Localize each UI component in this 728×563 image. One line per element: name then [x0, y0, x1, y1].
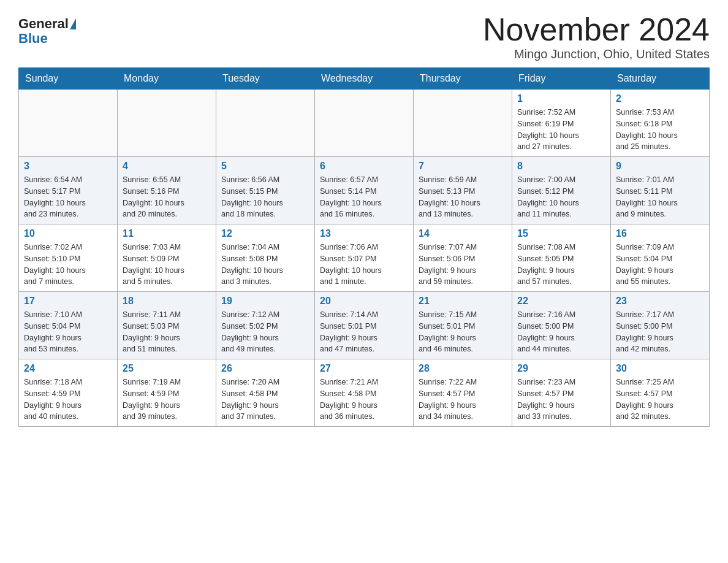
calendar-day-cell: 27Sunrise: 7:21 AM Sunset: 4:58 PM Dayli…: [315, 359, 414, 427]
day-number: 21: [419, 296, 507, 307]
calendar-header-thursday: Thursday: [414, 68, 512, 90]
page-header: General Blue November 2024 Mingo Junctio…: [18, 12, 710, 61]
day-info: Sunrise: 7:14 AM Sunset: 5:01 PM Dayligh…: [320, 309, 408, 355]
day-number: 11: [123, 228, 211, 239]
day-info: Sunrise: 7:21 AM Sunset: 4:58 PM Dayligh…: [320, 377, 408, 423]
calendar-day-cell: 6Sunrise: 6:57 AM Sunset: 5:14 PM Daylig…: [315, 157, 414, 224]
calendar-day-cell: [216, 90, 315, 157]
calendar-day-cell: [315, 90, 414, 157]
day-number: 12: [221, 228, 309, 239]
day-number: 18: [123, 296, 211, 307]
calendar-header-friday: Friday: [512, 68, 611, 90]
day-number: 16: [616, 228, 704, 239]
calendar-day-cell: 7Sunrise: 6:59 AM Sunset: 5:13 PM Daylig…: [414, 157, 512, 224]
day-number: 14: [419, 228, 507, 239]
calendar-week-row: 17Sunrise: 7:10 AM Sunset: 5:04 PM Dayli…: [19, 292, 710, 359]
calendar-day-cell: 8Sunrise: 7:00 AM Sunset: 5:12 PM Daylig…: [512, 157, 611, 224]
calendar-day-cell: 24Sunrise: 7:18 AM Sunset: 4:59 PM Dayli…: [19, 359, 118, 427]
day-info: Sunrise: 7:03 AM Sunset: 5:09 PM Dayligh…: [123, 242, 211, 288]
day-info: Sunrise: 7:53 AM Sunset: 6:18 PM Dayligh…: [616, 107, 704, 153]
calendar-day-cell: 14Sunrise: 7:07 AM Sunset: 5:06 PM Dayli…: [414, 224, 512, 292]
day-info: Sunrise: 7:08 AM Sunset: 5:05 PM Dayligh…: [517, 242, 605, 288]
day-info: Sunrise: 7:25 AM Sunset: 4:57 PM Dayligh…: [616, 377, 704, 423]
day-info: Sunrise: 6:55 AM Sunset: 5:16 PM Dayligh…: [123, 174, 211, 220]
calendar-day-cell: 12Sunrise: 7:04 AM Sunset: 5:08 PM Dayli…: [216, 224, 315, 292]
calendar-day-cell: [414, 90, 512, 157]
day-info: Sunrise: 6:59 AM Sunset: 5:13 PM Dayligh…: [419, 174, 507, 220]
calendar-day-cell: 15Sunrise: 7:08 AM Sunset: 5:05 PM Dayli…: [512, 224, 611, 292]
calendar-header-monday: Monday: [118, 68, 216, 90]
calendar-day-cell: 25Sunrise: 7:19 AM Sunset: 4:59 PM Dayli…: [118, 359, 216, 427]
calendar-day-cell: 28Sunrise: 7:22 AM Sunset: 4:57 PM Dayli…: [414, 359, 512, 427]
day-number: 13: [320, 228, 408, 239]
day-info: Sunrise: 7:00 AM Sunset: 5:12 PM Dayligh…: [517, 174, 605, 220]
calendar-day-cell: 10Sunrise: 7:02 AM Sunset: 5:10 PM Dayli…: [19, 224, 118, 292]
day-number: 25: [123, 363, 211, 374]
calendar-week-row: 10Sunrise: 7:02 AM Sunset: 5:10 PM Dayli…: [19, 224, 710, 292]
calendar-day-cell: 30Sunrise: 7:25 AM Sunset: 4:57 PM Dayli…: [611, 359, 710, 427]
calendar-week-row: 24Sunrise: 7:18 AM Sunset: 4:59 PM Dayli…: [19, 359, 710, 427]
calendar-day-cell: 13Sunrise: 7:06 AM Sunset: 5:07 PM Dayli…: [315, 224, 414, 292]
day-number: 15: [517, 228, 605, 239]
day-number: 24: [24, 363, 112, 374]
calendar-day-cell: 4Sunrise: 6:55 AM Sunset: 5:16 PM Daylig…: [118, 157, 216, 224]
day-info: Sunrise: 7:23 AM Sunset: 4:57 PM Dayligh…: [517, 377, 605, 423]
day-info: Sunrise: 7:16 AM Sunset: 5:00 PM Dayligh…: [517, 309, 605, 355]
calendar-week-row: 3Sunrise: 6:54 AM Sunset: 5:17 PM Daylig…: [19, 157, 710, 224]
day-info: Sunrise: 7:06 AM Sunset: 5:07 PM Dayligh…: [320, 242, 408, 288]
day-number: 23: [616, 296, 704, 307]
calendar-header-saturday: Saturday: [611, 68, 710, 90]
logo-blue-text: Blue: [18, 31, 48, 47]
calendar-day-cell: [19, 90, 118, 157]
day-number: 1: [517, 93, 605, 104]
day-number: 29: [517, 363, 605, 374]
day-number: 9: [616, 161, 704, 172]
day-number: 10: [24, 228, 112, 239]
calendar-day-cell: 5Sunrise: 6:56 AM Sunset: 5:15 PM Daylig…: [216, 157, 315, 224]
calendar-day-cell: 2Sunrise: 7:53 AM Sunset: 6:18 PM Daylig…: [611, 90, 710, 157]
day-info: Sunrise: 7:10 AM Sunset: 5:04 PM Dayligh…: [24, 309, 112, 355]
day-number: 27: [320, 363, 408, 374]
month-title: November 2024: [483, 12, 710, 47]
day-info: Sunrise: 6:56 AM Sunset: 5:15 PM Dayligh…: [221, 174, 309, 220]
calendar-day-cell: 16Sunrise: 7:09 AM Sunset: 5:04 PM Dayli…: [611, 224, 710, 292]
calendar-day-cell: 21Sunrise: 7:15 AM Sunset: 5:01 PM Dayli…: [414, 292, 512, 359]
day-info: Sunrise: 7:17 AM Sunset: 5:00 PM Dayligh…: [616, 309, 704, 355]
logo-triangle-icon: [70, 18, 76, 29]
calendar-day-cell: 23Sunrise: 7:17 AM Sunset: 5:00 PM Dayli…: [611, 292, 710, 359]
calendar-day-cell: 20Sunrise: 7:14 AM Sunset: 5:01 PM Dayli…: [315, 292, 414, 359]
calendar-day-cell: [118, 90, 216, 157]
day-number: 6: [320, 161, 408, 172]
logo: General Blue: [18, 12, 77, 47]
day-number: 7: [419, 161, 507, 172]
day-info: Sunrise: 6:54 AM Sunset: 5:17 PM Dayligh…: [24, 174, 112, 220]
day-info: Sunrise: 7:22 AM Sunset: 4:57 PM Dayligh…: [419, 377, 507, 423]
day-number: 20: [320, 296, 408, 307]
day-number: 19: [221, 296, 309, 307]
calendar-table: SundayMondayTuesdayWednesdayThursdayFrid…: [18, 67, 710, 427]
day-info: Sunrise: 6:57 AM Sunset: 5:14 PM Dayligh…: [320, 174, 408, 220]
calendar-day-cell: 22Sunrise: 7:16 AM Sunset: 5:00 PM Dayli…: [512, 292, 611, 359]
day-number: 17: [24, 296, 112, 307]
day-info: Sunrise: 7:04 AM Sunset: 5:08 PM Dayligh…: [221, 242, 309, 288]
calendar-header-sunday: Sunday: [19, 68, 118, 90]
calendar-day-cell: 9Sunrise: 7:01 AM Sunset: 5:11 PM Daylig…: [611, 157, 710, 224]
calendar-day-cell: 29Sunrise: 7:23 AM Sunset: 4:57 PM Dayli…: [512, 359, 611, 427]
day-number: 5: [221, 161, 309, 172]
day-number: 2: [616, 93, 704, 104]
calendar-day-cell: 1Sunrise: 7:52 AM Sunset: 6:19 PM Daylig…: [512, 90, 611, 157]
calendar-day-cell: 3Sunrise: 6:54 AM Sunset: 5:17 PM Daylig…: [19, 157, 118, 224]
calendar-header-wednesday: Wednesday: [315, 68, 414, 90]
day-info: Sunrise: 7:09 AM Sunset: 5:04 PM Dayligh…: [616, 242, 704, 288]
calendar-header-tuesday: Tuesday: [216, 68, 315, 90]
calendar-day-cell: 17Sunrise: 7:10 AM Sunset: 5:04 PM Dayli…: [19, 292, 118, 359]
day-info: Sunrise: 7:01 AM Sunset: 5:11 PM Dayligh…: [616, 174, 704, 220]
day-info: Sunrise: 7:19 AM Sunset: 4:59 PM Dayligh…: [123, 377, 211, 423]
day-info: Sunrise: 7:18 AM Sunset: 4:59 PM Dayligh…: [24, 377, 112, 423]
calendar-day-cell: 18Sunrise: 7:11 AM Sunset: 5:03 PM Dayli…: [118, 292, 216, 359]
calendar-day-cell: 26Sunrise: 7:20 AM Sunset: 4:58 PM Dayli…: [216, 359, 315, 427]
day-info: Sunrise: 7:15 AM Sunset: 5:01 PM Dayligh…: [419, 309, 507, 355]
logo-general-text: General: [18, 17, 69, 31]
calendar-day-cell: 11Sunrise: 7:03 AM Sunset: 5:09 PM Dayli…: [118, 224, 216, 292]
day-number: 4: [123, 161, 211, 172]
